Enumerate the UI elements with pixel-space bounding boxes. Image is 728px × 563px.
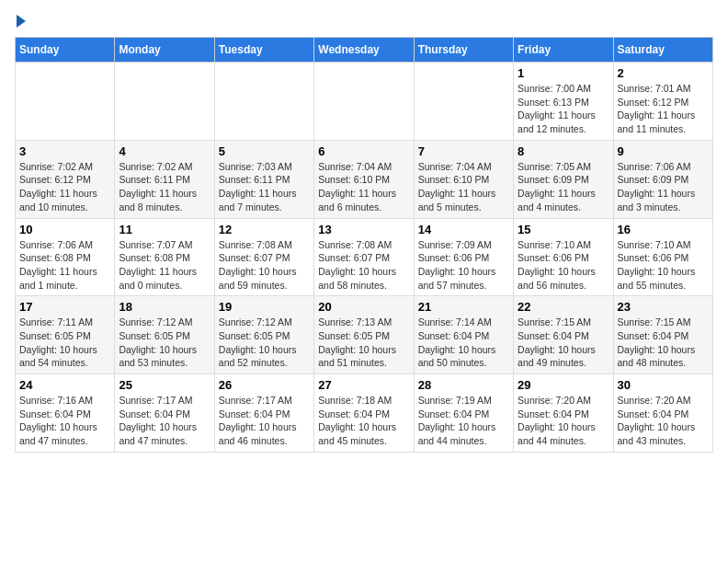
day-number: 27 [318, 378, 409, 392]
calendar-week-4: 24Sunrise: 7:16 AM Sunset: 6:04 PM Dayli… [16, 374, 713, 453]
day-number: 12 [219, 223, 310, 236]
day-number: 10 [19, 223, 110, 236]
calendar-cell: 25Sunrise: 7:17 AM Sunset: 6:04 PM Dayli… [115, 374, 214, 453]
calendar-cell: 6Sunrise: 7:04 AM Sunset: 6:10 PM Daylig… [314, 140, 414, 218]
calendar-cell: 9Sunrise: 7:06 AM Sunset: 6:09 PM Daylig… [613, 140, 712, 218]
calendar-week-2: 10Sunrise: 7:06 AM Sunset: 6:08 PM Dayli… [16, 218, 713, 296]
day-info: Sunrise: 7:02 AM Sunset: 6:11 PM Dayligh… [119, 160, 210, 214]
day-number: 24 [19, 378, 110, 392]
day-number: 13 [318, 223, 409, 236]
day-header-saturday: Saturday [613, 38, 712, 63]
calendar-cell: 5Sunrise: 7:03 AM Sunset: 6:11 PM Daylig… [214, 140, 313, 218]
calendar-cell: 14Sunrise: 7:09 AM Sunset: 6:06 PM Dayli… [414, 218, 513, 296]
calendar-cell: 17Sunrise: 7:11 AM Sunset: 6:05 PM Dayli… [16, 296, 115, 374]
day-number: 16 [618, 223, 709, 236]
day-info: Sunrise: 7:19 AM Sunset: 6:04 PM Dayligh… [418, 394, 509, 448]
day-info: Sunrise: 7:06 AM Sunset: 6:08 PM Dayligh… [19, 238, 110, 293]
day-number: 25 [119, 378, 210, 392]
day-number: 28 [418, 378, 509, 392]
day-info: Sunrise: 7:09 AM Sunset: 6:06 PM Dayligh… [418, 238, 509, 293]
day-number: 7 [418, 144, 509, 158]
calendar-cell: 24Sunrise: 7:16 AM Sunset: 6:04 PM Dayli… [16, 374, 115, 453]
day-number: 15 [518, 223, 609, 236]
day-info: Sunrise: 7:20 AM Sunset: 6:04 PM Dayligh… [518, 394, 609, 448]
calendar-cell: 2Sunrise: 7:01 AM Sunset: 6:12 PM Daylig… [613, 63, 712, 141]
day-number: 22 [518, 300, 609, 314]
day-info: Sunrise: 7:18 AM Sunset: 6:04 PM Dayligh… [318, 394, 409, 448]
day-info: Sunrise: 7:03 AM Sunset: 6:11 PM Dayligh… [219, 160, 310, 214]
calendar-cell: 27Sunrise: 7:18 AM Sunset: 6:04 PM Dayli… [314, 374, 414, 453]
day-info: Sunrise: 7:15 AM Sunset: 6:04 PM Dayligh… [618, 316, 709, 370]
day-info: Sunrise: 7:12 AM Sunset: 6:05 PM Dayligh… [119, 316, 210, 370]
calendar-cell: 7Sunrise: 7:04 AM Sunset: 6:10 PM Daylig… [414, 140, 513, 218]
day-info: Sunrise: 7:17 AM Sunset: 6:04 PM Dayligh… [119, 394, 210, 448]
calendar-cell [314, 63, 414, 141]
calendar-cell: 4Sunrise: 7:02 AM Sunset: 6:11 PM Daylig… [115, 140, 214, 218]
day-info: Sunrise: 7:17 AM Sunset: 6:04 PM Dayligh… [219, 394, 310, 448]
day-info: Sunrise: 7:05 AM Sunset: 6:09 PM Dayligh… [518, 160, 609, 214]
calendar-cell [115, 63, 214, 141]
day-number: 1 [518, 66, 609, 80]
day-number: 4 [119, 144, 210, 158]
day-info: Sunrise: 7:10 AM Sunset: 6:06 PM Dayligh… [518, 238, 609, 293]
day-info: Sunrise: 7:06 AM Sunset: 6:09 PM Dayligh… [618, 160, 709, 214]
calendar-header-row: SundayMondayTuesdayWednesdayThursdayFrid… [16, 38, 713, 63]
calendar-cell: 10Sunrise: 7:06 AM Sunset: 6:08 PM Dayli… [16, 218, 115, 296]
day-info: Sunrise: 7:00 AM Sunset: 6:13 PM Dayligh… [518, 82, 609, 136]
day-number: 6 [318, 144, 409, 158]
calendar-cell [16, 63, 115, 141]
day-info: Sunrise: 7:07 AM Sunset: 6:08 PM Dayligh… [119, 238, 210, 293]
day-info: Sunrise: 7:20 AM Sunset: 6:04 PM Dayligh… [618, 394, 709, 448]
day-info: Sunrise: 7:11 AM Sunset: 6:05 PM Dayligh… [19, 316, 110, 370]
day-info: Sunrise: 7:04 AM Sunset: 6:10 PM Dayligh… [318, 160, 409, 214]
day-header-wednesday: Wednesday [314, 38, 414, 63]
day-number: 11 [119, 223, 210, 236]
day-number: 26 [219, 378, 310, 392]
day-number: 5 [219, 144, 310, 158]
calendar-cell: 1Sunrise: 7:00 AM Sunset: 6:13 PM Daylig… [514, 63, 613, 141]
logo-arrow-icon [17, 15, 26, 28]
day-number: 29 [518, 378, 609, 392]
day-number: 17 [19, 300, 110, 314]
day-info: Sunrise: 7:13 AM Sunset: 6:05 PM Dayligh… [318, 316, 409, 370]
calendar-week-0: 1Sunrise: 7:00 AM Sunset: 6:13 PM Daylig… [16, 63, 713, 141]
calendar-cell: 23Sunrise: 7:15 AM Sunset: 6:04 PM Dayli… [613, 296, 712, 374]
day-number: 21 [418, 300, 509, 314]
calendar-cell: 15Sunrise: 7:10 AM Sunset: 6:06 PM Dayli… [514, 218, 613, 296]
day-info: Sunrise: 7:10 AM Sunset: 6:06 PM Dayligh… [618, 238, 709, 293]
day-number: 18 [119, 300, 210, 314]
day-info: Sunrise: 7:01 AM Sunset: 6:12 PM Dayligh… [618, 82, 709, 136]
day-number: 30 [618, 378, 709, 392]
calendar-cell: 16Sunrise: 7:10 AM Sunset: 6:06 PM Dayli… [613, 218, 712, 296]
day-header-monday: Monday [115, 38, 214, 63]
day-header-tuesday: Tuesday [214, 38, 313, 63]
day-info: Sunrise: 7:12 AM Sunset: 6:05 PM Dayligh… [219, 316, 310, 370]
calendar-week-3: 17Sunrise: 7:11 AM Sunset: 6:05 PM Dayli… [16, 296, 713, 374]
day-info: Sunrise: 7:15 AM Sunset: 6:04 PM Dayligh… [518, 316, 609, 370]
day-number: 9 [618, 144, 709, 158]
day-info: Sunrise: 7:02 AM Sunset: 6:12 PM Dayligh… [19, 160, 110, 214]
day-number: 2 [618, 66, 709, 80]
calendar-cell [214, 63, 313, 141]
day-header-thursday: Thursday [414, 38, 513, 63]
calendar-cell: 18Sunrise: 7:12 AM Sunset: 6:05 PM Dayli… [115, 296, 214, 374]
calendar-table: SundayMondayTuesdayWednesdayThursdayFrid… [15, 37, 713, 453]
calendar-cell: 12Sunrise: 7:08 AM Sunset: 6:07 PM Dayli… [214, 218, 313, 296]
day-number: 8 [518, 144, 609, 158]
calendar-cell: 20Sunrise: 7:13 AM Sunset: 6:05 PM Dayli… [314, 296, 414, 374]
day-number: 23 [618, 300, 709, 314]
logo [15, 15, 26, 28]
day-info: Sunrise: 7:16 AM Sunset: 6:04 PM Dayligh… [19, 394, 110, 448]
calendar-cell: 26Sunrise: 7:17 AM Sunset: 6:04 PM Dayli… [214, 374, 313, 453]
day-info: Sunrise: 7:08 AM Sunset: 6:07 PM Dayligh… [318, 238, 409, 293]
calendar-cell: 8Sunrise: 7:05 AM Sunset: 6:09 PM Daylig… [514, 140, 613, 218]
calendar-cell: 30Sunrise: 7:20 AM Sunset: 6:04 PM Dayli… [613, 374, 712, 453]
calendar-cell: 21Sunrise: 7:14 AM Sunset: 6:04 PM Dayli… [414, 296, 513, 374]
calendar-cell [414, 63, 513, 141]
day-info: Sunrise: 7:14 AM Sunset: 6:04 PM Dayligh… [418, 316, 509, 370]
day-info: Sunrise: 7:04 AM Sunset: 6:10 PM Dayligh… [418, 160, 509, 214]
day-header-friday: Friday [514, 38, 613, 63]
calendar-cell: 3Sunrise: 7:02 AM Sunset: 6:12 PM Daylig… [16, 140, 115, 218]
day-number: 3 [19, 144, 110, 158]
calendar-week-1: 3Sunrise: 7:02 AM Sunset: 6:12 PM Daylig… [16, 140, 713, 218]
